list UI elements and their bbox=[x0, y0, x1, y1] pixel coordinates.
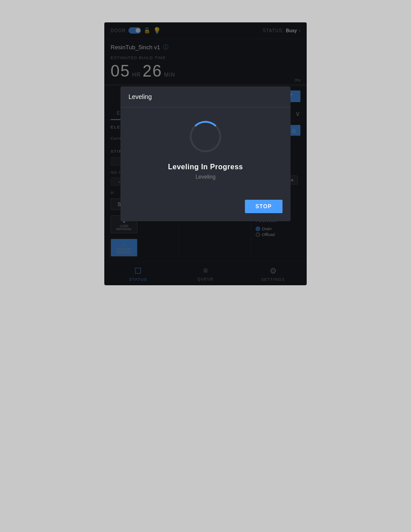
modal-main-text: Leveling In Progress bbox=[168, 163, 243, 171]
loading-spinner bbox=[190, 121, 221, 152]
modal-title: Leveling bbox=[128, 93, 152, 100]
stop-button[interactable]: STOP bbox=[245, 200, 283, 213]
modal-body: Leveling In Progress Leveling bbox=[120, 107, 291, 200]
modal-header: Leveling bbox=[120, 86, 291, 107]
modal-footer: STOP bbox=[120, 200, 291, 221]
modal-box: Leveling Leveling In Progress Leveling S… bbox=[120, 86, 291, 221]
modal-overlay: Leveling Leveling In Progress Leveling S… bbox=[104, 22, 307, 285]
modal-sub-text: Leveling bbox=[196, 174, 216, 180]
device-frame: DOOR 🔓 💡 STATUS: Busy › ResinTub_5inch v… bbox=[104, 22, 307, 285]
